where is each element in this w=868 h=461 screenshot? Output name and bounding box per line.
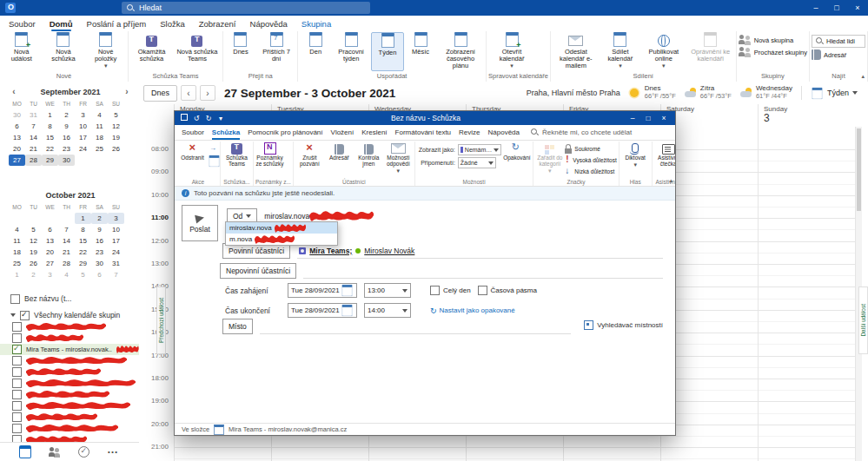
minical-day[interactable]: 23 bbox=[58, 143, 75, 155]
minical-day[interactable]: 28 bbox=[58, 258, 75, 269]
share-calendar-button[interactable]: Sdílet kalendář bbox=[600, 32, 640, 71]
minical-day[interactable]: 7 bbox=[108, 269, 124, 280]
dialog-tab-revize[interactable]: Revize bbox=[459, 128, 480, 136]
attendee-group[interactable]: Mira Teams; bbox=[309, 247, 352, 255]
go-today-button[interactable]: Dnes bbox=[225, 32, 256, 71]
next-week-button[interactable]: › bbox=[200, 85, 215, 101]
minical-day[interactable]: 31 bbox=[25, 109, 42, 121]
minical-day[interactable]: 16 bbox=[91, 235, 108, 247]
minical-day[interactable]: 29 bbox=[75, 258, 91, 269]
checkbox-icon[interactable] bbox=[12, 333, 22, 343]
minical-day[interactable]: 14 bbox=[58, 235, 75, 247]
calendar-list-item[interactable] bbox=[0, 400, 139, 412]
next-event-tab[interactable]: Další událost bbox=[858, 286, 868, 354]
minical-day[interactable]: 21 bbox=[58, 247, 75, 258]
calendar-list-item[interactable] bbox=[0, 378, 139, 389]
minical-day[interactable]: 5 bbox=[75, 269, 91, 280]
dialog-tab-vlozeni[interactable]: Vložení bbox=[331, 128, 354, 136]
tab-poslani-a-prijem[interactable]: Poslání a příjem bbox=[87, 16, 147, 31]
calendar-list-item[interactable]: Mira Teams - miroslav.novak... bbox=[0, 344, 139, 355]
scrollbar-thumb[interactable] bbox=[857, 128, 861, 211]
search-input[interactable]: Hledat bbox=[122, 2, 370, 14]
calendar-list-item[interactable] bbox=[0, 389, 139, 400]
checkbox-icon[interactable] bbox=[12, 401, 22, 411]
minical-day[interactable]: 26 bbox=[25, 258, 42, 269]
minical-day[interactable]: 9 bbox=[91, 224, 108, 235]
find-people-input[interactable]: Hledat lidi bbox=[812, 35, 865, 48]
undo-icon[interactable]: ↺ bbox=[190, 115, 202, 122]
checkbox-icon[interactable] bbox=[12, 367, 22, 377]
weather-tomorrow[interactable]: Zítra66°F /53°F bbox=[685, 85, 732, 100]
show-as-select[interactable]: Nemám… bbox=[458, 144, 502, 155]
make-recurring-link[interactable]: Nastavit jako opakované bbox=[430, 306, 515, 315]
email-calendar-button[interactable]: Odeslat kalendář e-mailem bbox=[553, 32, 600, 71]
calendar-nav-icon[interactable] bbox=[19, 445, 31, 458]
minical-day[interactable]: 22 bbox=[75, 247, 91, 258]
address-book-button[interactable]: Adresář bbox=[325, 142, 354, 178]
minical-day[interactable]: 2 bbox=[91, 213, 108, 224]
minical-day[interactable]: 11 bbox=[9, 235, 25, 247]
day-view-button[interactable]: Den bbox=[300, 32, 331, 71]
minical-day[interactable]: 4 bbox=[58, 269, 75, 280]
cancel-invitation-button[interactable]: Zrušit pozvání bbox=[295, 142, 324, 178]
minimize-button[interactable]: – bbox=[805, 0, 826, 16]
low-importance-button[interactable]: Nízká důležitost bbox=[565, 166, 616, 177]
dialog-maximize-button[interactable]: □ bbox=[640, 114, 656, 122]
minical-day[interactable]: 12 bbox=[108, 121, 124, 132]
dialog-tab-planovani[interactable]: Pomocník pro plánování bbox=[248, 128, 322, 136]
minical-day[interactable]: 3 bbox=[42, 269, 58, 280]
dialog-close-button[interactable]: × bbox=[656, 114, 672, 122]
new-items-button[interactable]: Nové položky bbox=[85, 32, 126, 71]
minical-day[interactable]: 2 bbox=[25, 269, 42, 280]
prev-month-arrow[interactable]: ‹ bbox=[9, 87, 19, 96]
customize-quick-access-icon[interactable]: ▾ bbox=[215, 115, 227, 122]
from-option-2[interactable]: m.nova bbox=[226, 234, 337, 245]
minical-day[interactable]: 25 bbox=[91, 143, 108, 155]
minical-day[interactable]: 13 bbox=[9, 132, 25, 143]
checkbox-icon[interactable] bbox=[12, 390, 22, 399]
minical-day[interactable]: 6 bbox=[91, 269, 108, 280]
work-week-view-button[interactable]: Pracovní týden bbox=[332, 32, 370, 71]
minical-day[interactable]: 15 bbox=[75, 235, 91, 247]
dialog-minimize-button[interactable]: – bbox=[625, 114, 640, 122]
minical-day[interactable]: 1 bbox=[75, 213, 91, 224]
checkbox-icon[interactable] bbox=[12, 322, 22, 332]
optional-attendees-field[interactable] bbox=[303, 264, 663, 279]
minical-day[interactable]: 4 bbox=[91, 109, 108, 121]
checkbox-icon[interactable] bbox=[12, 379, 22, 388]
minical-day[interactable]: 17 bbox=[75, 132, 91, 143]
minical-day[interactable]: 20 bbox=[42, 247, 58, 258]
minical-day[interactable]: 31 bbox=[108, 258, 124, 269]
minical-day[interactable]: 22 bbox=[42, 143, 58, 155]
minical-day[interactable]: 29 bbox=[42, 155, 58, 166]
minical-day[interactable]: 30 bbox=[9, 109, 25, 121]
minical-day[interactable]: 30 bbox=[91, 258, 108, 269]
recurrence-button[interactable]: Opakování bbox=[502, 142, 531, 178]
time-zones-checkbox-label[interactable]: Časová pásma bbox=[478, 286, 537, 295]
meeting-notes-button[interactable]: Poznámky ze schůzky bbox=[255, 142, 284, 178]
today-button[interactable]: Dnes bbox=[143, 85, 177, 102]
week-view-button[interactable]: Týden bbox=[371, 32, 404, 71]
from-option-1[interactable]: miroslav.nova bbox=[226, 222, 337, 234]
minical-day[interactable]: 3 bbox=[108, 213, 124, 224]
calendar-list-item[interactable] bbox=[0, 333, 139, 344]
minical-day[interactable]: 6 bbox=[9, 121, 25, 132]
new-teams-meeting-button[interactable]: Nová schůzka Teams bbox=[174, 32, 221, 71]
schedule-view-button[interactable]: Zobrazení časového plánu bbox=[437, 32, 484, 71]
open-calendar-button[interactable]: Otevřít kalendář bbox=[488, 32, 535, 71]
minical-day[interactable]: 19 bbox=[25, 247, 42, 258]
calendar-list-item[interactable] bbox=[0, 366, 139, 378]
weather-wednesday[interactable]: Wednesday61°F /44°F bbox=[740, 85, 792, 100]
calendar-list-item[interactable] bbox=[0, 321, 139, 333]
calendar-list-item[interactable] bbox=[0, 423, 139, 434]
delete-button[interactable]: Odstranit bbox=[178, 142, 207, 178]
attendee-person[interactable]: Miroslav Novák bbox=[364, 247, 414, 255]
tell-me-search[interactable]: Řekněte mi, co chcete udělat bbox=[531, 128, 632, 136]
start-time-picker[interactable]: 13:00 bbox=[364, 283, 411, 298]
browse-groups-button[interactable]: Procházet skupiny bbox=[739, 47, 807, 57]
minical-day[interactable]: 23 bbox=[91, 247, 108, 258]
new-group-button[interactable]: Nová skupina bbox=[739, 35, 807, 45]
dialog-tab-napoveda[interactable]: Nápověda bbox=[488, 128, 520, 136]
minical-day[interactable]: 11 bbox=[91, 121, 108, 132]
group-calendars-header[interactable]: Všechny kalendáře skupin bbox=[0, 309, 139, 321]
